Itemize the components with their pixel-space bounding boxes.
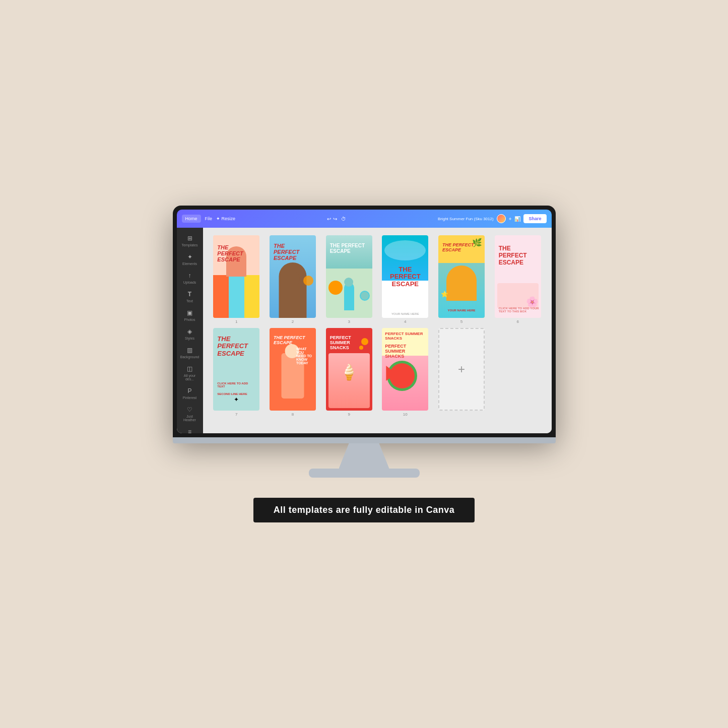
page-wrapper: Home File ✦ Resize ↩ ↪ ⏱ Bright Summer F… <box>173 206 556 522</box>
template-thumb-9[interactable]: 🍦 PERFECT SUMMER SNACKS <box>326 328 372 411</box>
add-icon: + <box>458 362 465 376</box>
template3-text: THE PERFECT ESCAPE <box>330 243 368 254</box>
styles-icon: ◈ <box>186 327 194 336</box>
template-num-10: 10 <box>403 412 408 417</box>
sidebar-item-background[interactable]: ▥ Background <box>178 344 202 361</box>
template-thumb-4[interactable]: THE PERFECT ESCAPE YOUR NAME HERE <box>382 235 428 318</box>
templates-row2: ✦ CLICK HERE TO ADD TEXT SECOND LINE HER… <box>211 328 544 417</box>
styles-label: Styles <box>185 337 194 340</box>
project-name: Bright Summer Fun (Sku 3012) <box>438 217 494 221</box>
pinterest-label: Pinterest <box>183 396 197 400</box>
file-nav[interactable]: File <box>205 216 213 221</box>
redo-icon[interactable]: ↪ <box>333 216 337 222</box>
template-card-2[interactable]: THE PERFECT ESCAPE 2 <box>267 235 319 324</box>
template-card-10[interactable]: PERFECT SUMMER SNACKS PERFECT SUMMER SHA… <box>379 328 431 417</box>
sidebar-item-uploads[interactable]: ↑ Uploads <box>178 269 202 287</box>
elements-icon: ✦ <box>186 253 194 261</box>
template-num-3: 3 <box>348 319 350 324</box>
banner-text: All templates are fully editable in Canv… <box>274 505 455 515</box>
templates-label: Templates <box>182 243 198 247</box>
topbar-left: Home File ✦ Resize <box>182 215 236 223</box>
template-thumb-7[interactable]: ✦ CLICK HERE TO ADD TEXT SECOND LINE HER… <box>213 328 259 411</box>
canva-editor: ⊞ Templates ✦ Elements ↑ Uploads <box>177 228 552 433</box>
monitor-stand-base <box>309 469 420 478</box>
all-designs-icon: ◫ <box>186 365 194 373</box>
share-button[interactable]: Share <box>523 214 546 223</box>
template-thumb-3[interactable]: THE PERFECT ESCAPE <box>326 235 372 318</box>
elements-label: Elements <box>182 262 197 266</box>
template-num-add <box>461 412 462 417</box>
sidebar-item-elements[interactable]: ✦ Elements <box>178 250 202 268</box>
undo-icon[interactable]: ↩ <box>327 216 331 222</box>
photos-icon: ▣ <box>186 309 194 317</box>
template-card-1[interactable]: THE PERFECT ESCAPE 1 <box>211 235 263 324</box>
sidebar-item-all-designs[interactable]: ◫ All your des... <box>178 362 202 383</box>
stats-icon[interactable]: 📊 <box>514 216 520 222</box>
canva-sidebar: ⊞ Templates ✦ Elements ↑ Uploads <box>177 228 203 433</box>
background-icon: ▥ <box>186 346 194 354</box>
template1-text: THE PERFECT ESCAPE <box>217 244 255 262</box>
sidebar-item-templates[interactable]: ⊞ Templates <box>178 232 202 249</box>
template-num-4: 4 <box>404 319 406 324</box>
template-card-3[interactable]: THE PERFECT ESCAPE 3 <box>323 235 375 324</box>
uploads-icon: ↑ <box>186 272 194 280</box>
text-label: Text <box>186 299 193 303</box>
template-card-5[interactable]: 🌿 ⭐ THE PERFECT ESCAPE YOUR NAME HERE 5 <box>435 235 488 324</box>
template4-text: THE PERFECT ESCAPE <box>385 266 425 288</box>
add-collaborator-icon[interactable]: + <box>509 216 512 222</box>
pinterest-icon: P <box>186 387 194 395</box>
sidebar-item-photos[interactable]: ▣ Photos <box>178 306 202 324</box>
heather-icon: ♡ <box>186 406 194 414</box>
resize-button[interactable]: ✦ Resize <box>216 216 235 221</box>
bottom-banner: All templates are fully editable in Canv… <box>253 498 475 522</box>
sidebar-item-heather[interactable]: ♡ Just Heather <box>178 403 202 424</box>
add-template-button[interactable]: + <box>438 328 485 411</box>
undo-redo[interactable]: ↩ ↪ <box>327 216 337 222</box>
template7-text: THE PERFECT ESCAPE <box>217 336 255 357</box>
template9-text: PERFECT SUMMER SNACKS <box>330 336 368 351</box>
template-card-empty <box>492 328 544 417</box>
template-card-7[interactable]: ✦ CLICK HERE TO ADD TEXT SECOND LINE HER… <box>211 328 263 417</box>
template-thumb-8[interactable]: THE PERFECT ESCAPE WHATYOUNEED TOKNOWTOD… <box>270 328 316 411</box>
template-thumb-5[interactable]: 🌿 ⭐ THE PERFECT ESCAPE YOUR NAME HERE <box>438 235 485 318</box>
template5-subtext: YOUR NAME HERE <box>447 309 475 312</box>
template-card-6[interactable]: 🌸 CLICK HERE TO ADD YOUR TEXT TO THIS BO… <box>492 235 544 324</box>
template-num-8: 8 <box>292 412 294 417</box>
template-thumb-6[interactable]: 🌸 CLICK HERE TO ADD YOUR TEXT TO THIS BO… <box>495 235 541 318</box>
photos-label: Photos <box>184 318 195 321</box>
template10-text: PERFECT SUMMER SNACKS <box>385 332 425 341</box>
template5-text: THE PERFECT ESCAPE <box>442 243 481 253</box>
template6-text: THE PERFECT ESCAPE <box>499 245 537 266</box>
template8-text: THE PERFECT ESCAPE <box>274 336 312 346</box>
background-label: Background <box>180 355 199 359</box>
template-num-7: 7 <box>235 412 237 417</box>
sidebar-item-strategy[interactable]: ≡ Strategy Gu... <box>178 425 202 433</box>
template-card-4[interactable]: THE PERFECT ESCAPE YOUR NAME HERE 4 <box>379 235 431 324</box>
sidebar-item-styles[interactable]: ◈ Styles <box>178 325 202 343</box>
template-card-add[interactable]: + <box>435 328 488 417</box>
home-button[interactable]: Home <box>182 215 201 223</box>
sidebar-item-text[interactable]: T Text <box>178 288 202 305</box>
template-card-9[interactable]: 🍦 PERFECT SUMMER SNACKS 9 <box>323 328 375 417</box>
template-thumb-2[interactable]: THE PERFECT ESCAPE <box>270 235 316 318</box>
template-thumb-10[interactable]: PERFECT SUMMER SNACKS PERFECT SUMMER SHA… <box>382 328 428 411</box>
monitor-screen: Home File ✦ Resize ↩ ↪ ⏱ Bright Summer F… <box>173 206 556 437</box>
strategy-icon: ≡ <box>186 428 194 433</box>
heather-label: Just Heather <box>180 415 200 422</box>
template10-subtext: PERFECT SUMMER SHACKS <box>385 344 425 359</box>
canva-topbar: Home File ✦ Resize ↩ ↪ ⏱ Bright Summer F… <box>177 210 552 228</box>
text-icon: T <box>186 290 194 298</box>
templates-icon: ⊞ <box>186 234 194 242</box>
template-num-1: 1 <box>235 319 237 324</box>
sidebar-item-pinterest[interactable]: P Pinterest <box>178 384 202 402</box>
all-designs-label: All your des... <box>180 374 200 381</box>
monitor: Home File ✦ Resize ↩ ↪ ⏱ Bright Summer F… <box>173 206 556 478</box>
template-num-6: 6 <box>516 319 518 324</box>
template-thumb-1[interactable]: THE PERFECT ESCAPE <box>213 235 259 318</box>
template2-text: THE PERFECT ESCAPE <box>274 243 312 261</box>
timer-icon: ⏱ <box>341 216 346 222</box>
canva-canvas: THE PERFECT ESCAPE 1 <box>203 228 552 433</box>
user-avatar <box>497 214 506 223</box>
templates-row1: THE PERFECT ESCAPE 1 <box>211 235 544 324</box>
template-card-8[interactable]: THE PERFECT ESCAPE WHATYOUNEED TOKNOWTOD… <box>267 328 319 417</box>
